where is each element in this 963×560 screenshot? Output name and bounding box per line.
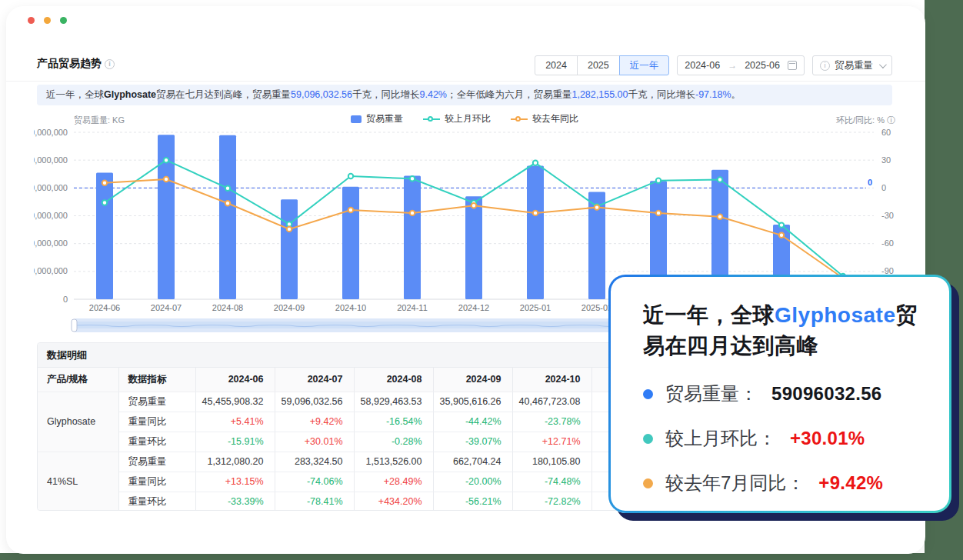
year-tab-近一年[interactable]: 近一年 <box>619 55 670 75</box>
data-point[interactable] <box>164 158 168 162</box>
legend-item-yoy[interactable]: 较去年同比 <box>511 112 578 125</box>
insight-item-value: +30.01% <box>790 428 865 449</box>
data-point[interactable] <box>287 222 292 226</box>
data-point[interactable] <box>410 211 415 215</box>
svg-text:0: 0 <box>868 178 872 187</box>
table-row: 重量环比-15.91%+30.01%-0.28%-39.07%+12.71% <box>38 432 671 452</box>
data-point[interactable] <box>287 227 292 232</box>
data-point[interactable] <box>102 181 107 185</box>
value-cell: +28.49% <box>354 472 433 492</box>
data-point[interactable] <box>779 222 784 227</box>
year-tab-2025[interactable]: 2025 <box>577 55 620 75</box>
value-cell: 283,324.50 <box>275 452 354 472</box>
data-point[interactable] <box>472 203 476 208</box>
value-cell: -15.91% <box>195 432 275 452</box>
value-cell: +434.20% <box>354 492 433 511</box>
svg-text:2024-09: 2024-09 <box>274 303 305 312</box>
value-cell: -33.39% <box>195 492 275 511</box>
text-segment: 近一年，全球 <box>46 89 104 100</box>
value-cell: -0.28% <box>354 432 433 452</box>
year-tab-2024[interactable]: 2024 <box>535 55 578 75</box>
data-point[interactable] <box>656 178 661 183</box>
text-segment: 千克，同比增长 <box>628 89 695 100</box>
data-point[interactable] <box>718 177 722 182</box>
svg-text:30,000,000: 30,000,000 <box>34 211 68 220</box>
svg-text:0: 0 <box>63 295 68 304</box>
value-cell: -56.21% <box>433 492 512 511</box>
data-point[interactable] <box>595 205 599 209</box>
window-zoom-button[interactable] <box>60 17 67 24</box>
svg-text:10,000,000: 10,000,000 <box>34 266 68 275</box>
metric-cell: 重量同比 <box>118 412 195 432</box>
legend-line-icon <box>511 115 528 123</box>
trade-weight-bar[interactable] <box>465 196 482 299</box>
svg-text:20,000,000: 20,000,000 <box>34 238 68 248</box>
column-header: 2024-10 <box>512 368 591 392</box>
insight-item: 较上月环比：+30.01% <box>643 426 926 451</box>
insight-item-label: 较去年7月同比： <box>665 471 805 495</box>
trade-weight-bar[interactable] <box>342 187 359 299</box>
trade-weight-bar[interactable] <box>404 175 421 299</box>
insight-item-value: +9.42% <box>818 472 883 494</box>
series-dot-icon <box>643 389 653 399</box>
data-point[interactable] <box>102 200 107 205</box>
date-range-start: 2024-06 <box>685 60 720 71</box>
svg-text:2024-08: 2024-08 <box>212 303 243 312</box>
product-cell: 41%SL <box>38 452 118 511</box>
table-row: 重量同比+5.41%+9.42%-16.54%-44.42%-23.78% <box>38 412 671 432</box>
text-segment: 9.42% <box>420 89 447 100</box>
trade-weight-bar[interactable] <box>219 135 236 299</box>
metric-cell: 贸易重量 <box>118 452 195 472</box>
trade-weight-bar[interactable] <box>96 173 113 299</box>
datazoom-left-handle[interactable] <box>72 319 77 332</box>
data-point[interactable] <box>410 176 415 181</box>
value-cell: -20.00% <box>433 472 512 492</box>
trade-weight-bar[interactable] <box>281 199 298 299</box>
data-point[interactable] <box>656 211 661 215</box>
metric-cell: 重量同比 <box>118 472 195 492</box>
insight-item: 贸易重量：59096032.56 <box>643 382 926 406</box>
window-close-button[interactable] <box>28 17 35 24</box>
data-point[interactable] <box>164 177 168 182</box>
value-cell: 662,704.24 <box>433 452 512 472</box>
series-dot-icon <box>643 478 653 488</box>
data-point[interactable] <box>533 211 538 215</box>
text-segment: Glyphosate <box>775 303 895 327</box>
value-cell: -74.06% <box>275 472 354 492</box>
text-segment: 59,096,032.56 <box>291 89 352 100</box>
series-dot-icon <box>643 434 653 444</box>
date-range-picker[interactable]: 2024-06 → 2025-06 <box>677 55 805 75</box>
column-header: 2024-06 <box>195 368 275 392</box>
legend-line-icon <box>423 115 440 123</box>
value-cell: -44.42% <box>433 412 512 432</box>
metric-cell: 重量环比 <box>118 432 195 452</box>
data-point[interactable] <box>225 186 230 191</box>
value-cell: 40,467,723.08 <box>512 392 591 412</box>
legend-item-mom[interactable]: 较上月环比 <box>423 112 491 125</box>
value-cell: +30.01% <box>275 432 354 452</box>
data-point[interactable] <box>225 201 230 205</box>
value-cell: +9.42% <box>275 412 354 432</box>
data-point[interactable] <box>779 233 784 238</box>
svg-text:30: 30 <box>881 155 891 165</box>
data-point[interactable] <box>718 215 722 219</box>
svg-text:-60: -60 <box>881 238 894 248</box>
table-row: Glyphosate贸易重量45,455,908.3259,096,032.56… <box>38 392 671 412</box>
date-range-end: 2025-06 <box>745 60 780 71</box>
metric-dropdown[interactable]: i 贸易重量 <box>812 55 892 75</box>
text-segment: 千克，同比增长 <box>352 89 420 100</box>
legend-item-bar[interactable]: 贸易重量 <box>351 112 403 125</box>
svg-text:40,000,000: 40,000,000 <box>34 183 68 192</box>
data-point[interactable] <box>348 174 353 178</box>
svg-text:2025-01: 2025-01 <box>520 303 551 312</box>
table-row: 41%SL贸易重量1,312,080.20283,324.501,513,526… <box>38 452 671 472</box>
title-info-icon[interactable]: i <box>105 59 115 69</box>
data-point[interactable] <box>533 161 538 165</box>
trade-weight-bar[interactable] <box>527 165 544 299</box>
text-segment: 。 <box>731 89 741 100</box>
table-row: 重量环比-33.39%-78.41%+434.20%-56.21%-72.82% <box>38 492 671 511</box>
data-table: 产品/规格数据指标2024-062024-072024-082024-09202… <box>38 368 671 511</box>
legend-label: 较去年同比 <box>532 112 578 125</box>
data-point[interactable] <box>348 208 353 212</box>
window-minimize-button[interactable] <box>44 17 51 24</box>
